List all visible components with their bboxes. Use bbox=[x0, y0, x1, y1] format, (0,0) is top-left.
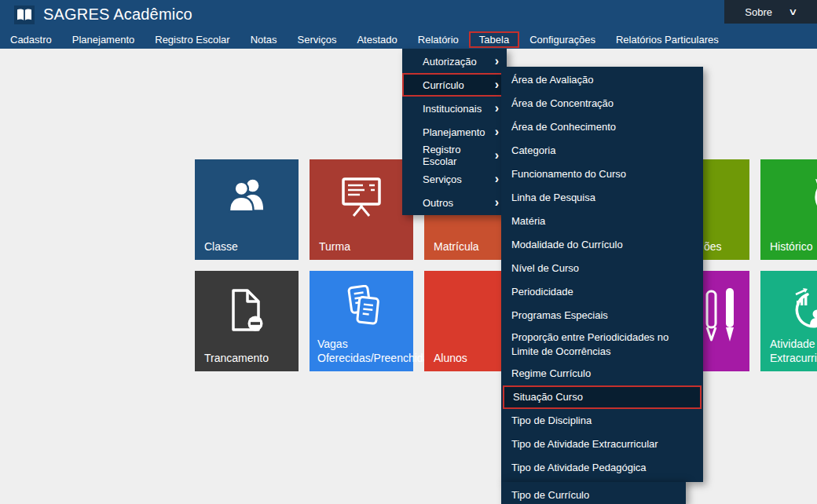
menu-configuracoes[interactable]: Configurações bbox=[519, 31, 606, 48]
app-logo bbox=[14, 5, 35, 24]
tile-label: Classe bbox=[204, 239, 291, 254]
tabela-dropdown-menu: Autorização Currículo Institucionais Pla… bbox=[402, 49, 507, 215]
submenu-item-area-de-concentracao[interactable]: Área de Concentração bbox=[501, 92, 703, 115]
tile-label: Atividade Extracurricular bbox=[770, 337, 817, 365]
page-title: SAGRES Acadêmico bbox=[43, 5, 192, 24]
menu-atestado[interactable]: Atestado bbox=[346, 31, 407, 48]
presentation-board-icon bbox=[341, 177, 382, 217]
tile-classe[interactable]: Classe bbox=[195, 159, 299, 260]
header-bar: SAGRES Acadêmico Cadastro Planejamento R… bbox=[0, 0, 817, 49]
history-clock-icon bbox=[812, 177, 817, 217]
curriculo-submenu: Área de Avaliação Área de Concentração Á… bbox=[501, 67, 703, 482]
open-book-icon bbox=[16, 8, 33, 22]
tile-label: Histórico bbox=[770, 239, 817, 254]
people-icon bbox=[225, 177, 268, 213]
submenu-item-modalidade-do-curriculo[interactable]: Modalidade do Currículo bbox=[501, 233, 703, 257]
person-activity-icon bbox=[790, 288, 817, 332]
submenu-item-materia[interactable]: Matéria bbox=[501, 210, 703, 233]
tile-historico[interactable]: Histórico bbox=[760, 159, 817, 260]
menu-item-outros[interactable]: Outros bbox=[402, 191, 507, 214]
tile-turma[interactable]: Turma bbox=[310, 159, 413, 260]
submenu-item-tipo-de-disciplina[interactable]: Tipo de Disciplina bbox=[501, 409, 703, 433]
submenu-item-tipo-de-atividade-extracurricular[interactable]: Tipo de Atividade Extracurricular bbox=[501, 433, 703, 456]
menu-relatorios-particulares[interactable]: Relatórios Particulares bbox=[606, 31, 729, 48]
menu-item-registro-escolar[interactable]: Registro Escolar bbox=[402, 144, 507, 167]
submenu-item-regime-curriculo[interactable]: Regime Currículo bbox=[501, 362, 703, 385]
menu-item-institucionais[interactable]: Institucionais bbox=[402, 97, 507, 120]
submenu-item-funcionamento-do-curso[interactable]: Funcionamento do Curso bbox=[501, 163, 703, 186]
submenu-item-area-de-conhecimento[interactable]: Área de Conhecimento bbox=[501, 115, 703, 139]
submenu-item-situacao-curso[interactable]: Situação Curso bbox=[503, 385, 702, 409]
menu-notas[interactable]: Notas bbox=[240, 31, 288, 48]
main-menubar: Cadastro Planejamento Registro Escolar N… bbox=[0, 30, 729, 49]
submenu-item-nivel-de-curso[interactable]: Nível de Curso bbox=[501, 257, 703, 280]
about-dropdown[interactable]: Sobre ∨ bbox=[724, 0, 817, 24]
menu-relatorio[interactable]: Relatório bbox=[408, 31, 469, 48]
tile-atividade-extracurricular[interactable]: Atividade Extracurricular bbox=[760, 271, 817, 371]
submenu-item-tipo-de-curriculo[interactable]: Tipo de Currículo bbox=[501, 482, 686, 504]
submenu-item-periodicidade[interactable]: Periodicidade bbox=[501, 280, 703, 304]
menu-tabela[interactable]: Tabela bbox=[469, 31, 519, 48]
menu-item-autorizacao[interactable]: Autorização bbox=[402, 49, 507, 73]
submenu-item-categoria[interactable]: Categoria bbox=[501, 139, 703, 163]
submenu-item-tipo-de-atividade-pedagogica[interactable]: Tipo de Atividade Pedagógica bbox=[501, 456, 703, 480]
app-window: SAGRES Acadêmico Cadastro Planejamento R… bbox=[0, 0, 817, 504]
pens-icon bbox=[702, 283, 743, 351]
document-minus-icon bbox=[229, 288, 265, 332]
submenu-item-linha-de-pesquisa[interactable]: Linha de Pesquisa bbox=[501, 186, 703, 210]
about-label: Sobre bbox=[745, 6, 772, 18]
tile-trancamento[interactable]: Trancamento bbox=[195, 271, 299, 371]
submenu-item-programas-especiais[interactable]: Programas Especiais bbox=[501, 304, 703, 327]
tile-label: Turma bbox=[319, 239, 405, 254]
submenu-item-area-de-avaliacao[interactable]: Área de Avaliação bbox=[501, 68, 703, 92]
menu-servicos[interactable]: Serviços bbox=[288, 31, 347, 48]
menu-registro-escolar[interactable]: Registro Escolar bbox=[145, 31, 240, 48]
menu-item-planejamento[interactable]: Planejamento bbox=[402, 120, 507, 144]
tile-vagas-oferecidas[interactable]: Vagas Oferecidas/Preenchidas bbox=[310, 271, 413, 371]
submenu-item-proporcao-periodicidades[interactable]: Proporção entre Periodicidades no Limite… bbox=[501, 327, 703, 362]
menu-cadastro[interactable]: Cadastro bbox=[0, 31, 62, 48]
menu-item-servicos[interactable]: Serviços bbox=[402, 167, 507, 191]
menu-item-curriculo[interactable]: Currículo bbox=[402, 73, 507, 97]
tile-label: Vagas Oferecidas/Preenchidas bbox=[317, 337, 405, 365]
documents-icon bbox=[341, 285, 382, 326]
tile-label: ões bbox=[704, 239, 742, 254]
chevron-down-icon: ∨ bbox=[788, 6, 797, 17]
tile-label: Trancamento bbox=[204, 351, 291, 365]
menu-planejamento[interactable]: Planejamento bbox=[62, 31, 145, 48]
